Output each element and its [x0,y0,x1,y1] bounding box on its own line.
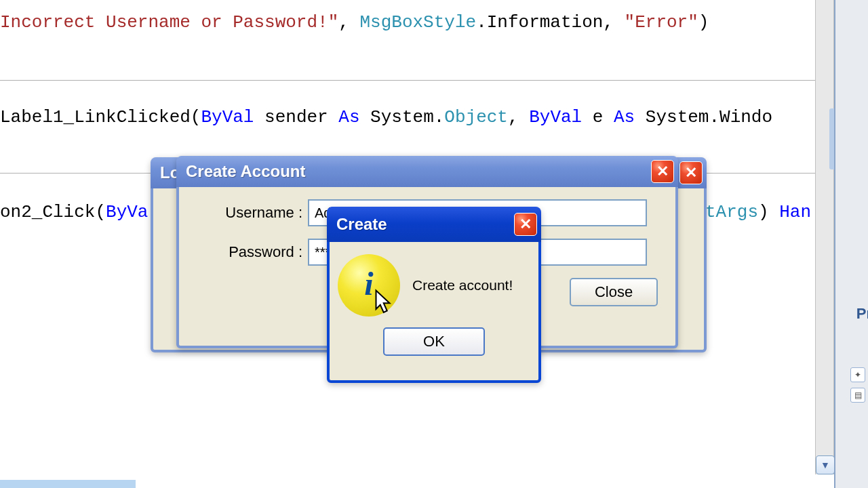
close-icon[interactable]: ✕ [514,213,537,236]
side-panel: Pr ✦ ▤ [834,0,868,488]
close-icon[interactable]: ✕ [651,160,674,183]
panel-tool-icon[interactable]: ✦ [850,367,865,382]
close-button[interactable]: Close [570,278,658,306]
panel-tool-icon[interactable]: ▤ [850,388,865,403]
taskbar-sliver [0,480,136,488]
method-separator [0,80,821,81]
message-box: Create ✕ i Create account! OK [327,207,541,383]
ok-button[interactable]: OK [383,327,485,356]
close-icon[interactable]: ✕ [679,161,703,184]
message-box-title: Create [336,215,387,234]
message-box-titlebar[interactable]: Create ✕ [327,207,541,242]
mouse-cursor-icon [374,288,395,317]
create-account-title: Create Account [186,162,305,181]
create-account-titlebar[interactable]: Create Account ✕ [176,156,678,187]
information-icon: i [338,254,400,317]
vertical-scrollbar[interactable]: ▼ [815,0,834,474]
side-tab-label[interactable]: Pr [856,305,868,323]
scroll-down-arrow-icon[interactable]: ▼ [816,455,835,474]
password-label: Password : [213,243,302,261]
message-text: Create account! [412,277,513,293]
username-label: Username : [213,204,302,222]
